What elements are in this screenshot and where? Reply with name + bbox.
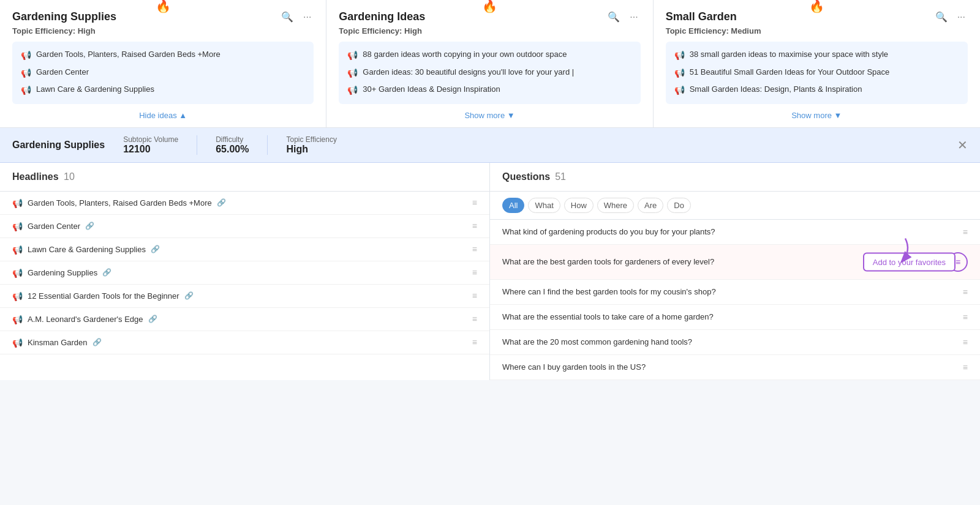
questions-title: Questions 51 <box>502 171 566 182</box>
headlines-panel: Headlines 10 📢 Garden Tools, Planters, R… <box>0 163 490 380</box>
fire-badge: 🔥 <box>809 0 824 13</box>
questions-panel: Questions 51 All What How Where Are Do W… <box>490 163 980 380</box>
card-title: Small Garden <box>666 10 737 23</box>
card-header-icons: 🔍 ··· <box>933 10 968 24</box>
card-content: 📢 88 garden ideas worth copying in your … <box>339 42 640 104</box>
filter-tab-how[interactable]: How <box>564 198 594 213</box>
list-item: 📢 Garden Tools, Planters, Raised Garden … <box>0 192 489 215</box>
card-title: Gardening Supplies <box>12 10 116 23</box>
stat-subtopic-volume: Subtopic Volume 12100 <box>123 135 197 155</box>
question-action-icon[interactable]: ≡ <box>963 287 968 297</box>
question-item-highlighted: What are the best garden tools for garde… <box>490 245 980 280</box>
fire-badge: 🔥 <box>156 0 171 13</box>
card-footer: Show more ▼ <box>339 110 640 120</box>
question-item: What kind of gardening products do you b… <box>490 220 980 245</box>
list-item: 📢 Gardening Supplies 🔗 ≡ <box>0 261 489 285</box>
speaker-icon: 📢 <box>21 84 31 97</box>
card-item: 📢 51 Beautiful Small Garden Ideas for Yo… <box>674 67 959 80</box>
top-cards-section: Gardening Supplies 🔍 ··· 🔥 Topic Efficie… <box>0 0 980 128</box>
list-action-icon[interactable]: ≡ <box>472 337 477 347</box>
more-button[interactable]: ··· <box>301 10 314 24</box>
question-item: What are the essential tools to take car… <box>490 305 980 330</box>
more-button[interactable]: ··· <box>627 10 640 24</box>
search-button[interactable]: 🔍 <box>933 10 950 24</box>
show-more-button[interactable]: Show more ▼ <box>464 111 514 120</box>
stat-value: 12100 <box>123 144 178 155</box>
stat-difficulty: Difficulty 65.00% <box>216 135 268 155</box>
card-efficiency: Topic Efficiency: High <box>12 26 314 36</box>
speaker-icon: 📢 <box>12 222 23 231</box>
hide-ideas-button[interactable]: Hide ideas ▲ <box>139 111 187 120</box>
card-header-icons: 🔍 ··· <box>605 10 640 24</box>
card-footer: Show more ▼ <box>666 110 968 120</box>
search-button[interactable]: 🔍 <box>605 10 622 24</box>
external-link-icon[interactable]: 🔗 <box>151 245 160 253</box>
filter-tab-are[interactable]: Are <box>638 198 663 213</box>
stat-topic-efficiency: Topic Efficiency High <box>286 135 355 155</box>
external-link-icon[interactable]: 🔗 <box>217 198 226 207</box>
card-item: 📢 38 small garden ideas to maximise your… <box>674 49 959 62</box>
filter-tab-do[interactable]: Do <box>667 198 691 213</box>
question-action-icon[interactable]: ≡ <box>963 337 968 347</box>
question-item: What are the 20 most common gardening ha… <box>490 330 980 355</box>
more-button[interactable]: ··· <box>955 10 968 24</box>
external-link-icon[interactable]: 🔗 <box>85 222 94 230</box>
speaker-icon: 📢 <box>674 67 685 80</box>
external-link-icon[interactable]: 🔗 <box>92 338 102 346</box>
filter-tab-what[interactable]: What <box>528 198 560 213</box>
speaker-icon: 📢 <box>12 198 23 208</box>
card-header-icons: 🔍 ··· <box>279 10 314 24</box>
external-link-icon[interactable]: 🔗 <box>184 291 194 300</box>
bottom-bar: Gardening Supplies Subtopic Volume 12100… <box>0 128 980 163</box>
list-action-icon[interactable]: ≡ <box>472 267 477 277</box>
list-action-icon[interactable]: ≡ <box>472 291 477 301</box>
headlines-count: 10 <box>64 171 75 182</box>
list-item: 📢 12 Essential Garden Tools for the Begi… <box>0 285 489 308</box>
question-action-icon[interactable]: ≡ <box>963 312 968 322</box>
speaker-icon: 📢 <box>12 338 23 348</box>
list-action-icon[interactable]: ≡ <box>472 198 477 208</box>
list-action-icon[interactable]: ≡ <box>472 244 477 254</box>
card-item: 📢 Garden Center <box>21 67 305 80</box>
show-more-button[interactable]: Show more ▼ <box>791 111 842 120</box>
close-bar-button[interactable]: ✕ <box>957 138 968 152</box>
card-title: Gardening Ideas <box>339 10 425 23</box>
card-efficiency: Topic Efficiency: Medium <box>666 26 968 36</box>
list-action-icon[interactable]: ≡ <box>472 221 477 231</box>
speaker-icon: 📢 <box>347 50 358 62</box>
external-link-icon[interactable]: 🔗 <box>148 315 157 323</box>
headlines-label: Headlines <box>12 171 61 182</box>
speaker-icon: 📢 <box>674 84 685 97</box>
speaker-icon: 📢 <box>12 268 23 278</box>
filter-tab-where[interactable]: Where <box>597 198 634 213</box>
stat-value: 65.00% <box>216 144 249 155</box>
fire-badge: 🔥 <box>482 0 497 13</box>
external-link-icon[interactable]: 🔗 <box>102 268 111 277</box>
filter-tabs: All What How Where Are Do <box>490 192 980 220</box>
stat-label: Difficulty <box>216 135 249 144</box>
speaker-icon: 📢 <box>12 291 23 301</box>
list-item: 📢 Lawn Care & Gardening Supplies 🔗 ≡ <box>0 238 489 261</box>
bottom-bar-title: Gardening Supplies <box>12 140 105 151</box>
speaker-icon: 📢 <box>347 84 358 97</box>
speaker-icon: 📢 <box>347 67 358 80</box>
list-item: 📢 Garden Center 🔗 ≡ <box>0 215 489 238</box>
search-button[interactable]: 🔍 <box>279 10 296 24</box>
speaker-icon: 📢 <box>12 245 23 255</box>
list-item: 📢 Kinsman Garden 🔗 ≡ <box>0 331 489 354</box>
list-item: 📢 A.M. Leonard's Gardener's Edge 🔗 ≡ <box>0 308 489 331</box>
speaker-icon: 📢 <box>674 50 685 62</box>
questions-count: 51 <box>555 171 566 182</box>
question-item: Where can I buy garden tools in the US? … <box>490 355 980 380</box>
question-action-icon[interactable]: ≡ <box>963 362 968 372</box>
list-action-icon[interactable]: ≡ <box>472 314 477 324</box>
stat-value: High <box>286 144 336 155</box>
favorites-tooltip: Add to your favorites <box>863 252 956 271</box>
filter-tab-all[interactable]: All <box>502 198 524 213</box>
question-action-icon[interactable]: ≡ <box>963 227 968 237</box>
card-gardening-supplies: Gardening Supplies 🔍 ··· 🔥 Topic Efficie… <box>0 0 326 127</box>
card-item: 📢 30+ Garden Ideas & Design Inspiration <box>347 84 631 97</box>
card-item: 📢 88 garden ideas worth copying in your … <box>347 49 631 62</box>
card-gardening-ideas: Gardening Ideas 🔍 ··· 🔥 Topic Efficiency… <box>326 0 653 127</box>
card-item: 📢 Lawn Care & Gardening Supplies <box>21 84 305 97</box>
